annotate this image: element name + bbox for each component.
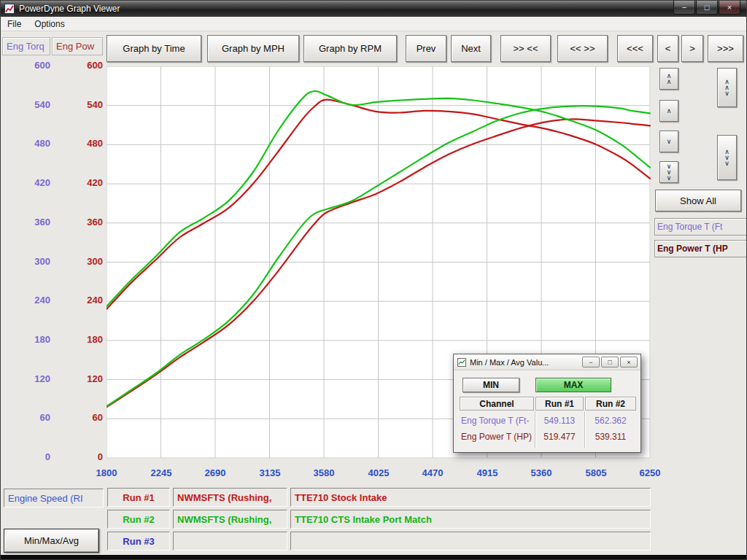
- run-label-1[interactable]: Run #1: [107, 488, 170, 507]
- x-axis-channel-label[interactable]: Engine Speed (RI: [4, 489, 104, 508]
- run-comment-3: [290, 532, 651, 551]
- minmax-table-row: Eng Torque T (Ft-549.113562.362: [454, 416, 642, 430]
- window-title: PowerDyne Graph Viewer: [19, 4, 120, 14]
- spinner-down-fast-button[interactable]: ∨∨∨: [659, 161, 678, 183]
- spinner-up-fast-button[interactable]: ∧∧: [659, 68, 678, 90]
- run-comment-1: TTE710 Stock Intake: [290, 488, 651, 507]
- y-axis-power-tick: 0: [68, 451, 103, 463]
- spinner-down-button[interactable]: ∨: [659, 131, 678, 152]
- app-icon: [4, 4, 15, 14]
- graph-by-mph-button[interactable]: Graph by MPH: [207, 35, 299, 62]
- step-forward-button[interactable]: >: [681, 35, 703, 62]
- x-axis-rpm-tick: 4915: [463, 467, 511, 479]
- minmax-run1-value: 549.113: [535, 416, 584, 430]
- first-run-button[interactable]: <<<: [617, 35, 653, 62]
- close-button[interactable]: ×: [719, 1, 740, 15]
- next-button[interactable]: Next: [451, 35, 491, 62]
- chevron-glyph: ∧: [667, 108, 672, 114]
- y-axis-power-tick: 240: [68, 295, 103, 306]
- channel-label-torque[interactable]: Eng Torque T (Ft: [654, 218, 747, 236]
- y-axis-power-tick: 120: [68, 373, 103, 385]
- window-bottom-edge: [1, 555, 746, 560]
- y-axis-power-tick: 60: [68, 412, 103, 424]
- minmax-minimize-button[interactable]: −: [582, 357, 600, 368]
- y-axis-power-tick: 600: [68, 60, 103, 71]
- minmax-close-button[interactable]: ×: [620, 357, 638, 368]
- graph-by-time-button[interactable]: Graph by Time: [107, 35, 201, 62]
- last-run-button[interactable]: >>>: [708, 35, 743, 62]
- y-axis-torque-tick: 0: [15, 451, 50, 463]
- run-label-3[interactable]: Run #3: [107, 532, 170, 551]
- chevron-glyph: ∧: [667, 79, 672, 85]
- max-button[interactable]: MAX: [535, 378, 611, 392]
- window-controls: − □ ×: [673, 1, 740, 15]
- show-all-button[interactable]: Show All: [655, 190, 741, 211]
- run-comment-2: TTE710 CTS Intake Port Match: [290, 510, 651, 529]
- menu-item-file[interactable]: File: [1, 18, 28, 31]
- y-axis-torque-tick: 120: [15, 373, 50, 385]
- x-axis-rpm-tick: 1800: [82, 467, 131, 479]
- powerdyne-window: PowerDyne Graph Viewer − □ × FileOptions…: [0, 0, 747, 560]
- x-axis-rpm-tick: 2245: [137, 467, 185, 479]
- pan-up-button[interactable]: ∧∧∨: [717, 68, 737, 107]
- minmax-restore-button[interactable]: □: [601, 357, 619, 368]
- y-axis-torque-tick: 60: [15, 412, 50, 424]
- title-bar[interactable]: PowerDyne Graph Viewer − □ ×: [1, 1, 746, 17]
- minmax-col-run1: Run #1: [535, 397, 584, 411]
- minmax-col-channel: Channel: [460, 397, 534, 411]
- tab-eng-torque[interactable]: Eng Torq: [2, 37, 50, 55]
- run-label-2[interactable]: Run #2: [107, 510, 170, 529]
- x-axis-rpm-tick: 4470: [409, 467, 457, 479]
- y-axis-power-tick: 420: [68, 177, 103, 189]
- minmax-run2-value: 539.311: [585, 432, 636, 446]
- minmax-window-titlebar[interactable]: Min / Max / Avg Valu... − □ ×: [454, 354, 640, 370]
- y-axis-torque-tick: 240: [15, 295, 50, 306]
- chevron-glyph: ∨: [724, 90, 729, 96]
- chevron-glyph: ∨: [724, 160, 729, 166]
- y-axis-power-tick: 480: [68, 138, 103, 149]
- tab-eng-power[interactable]: Eng Pow: [52, 37, 103, 55]
- run-file-3: [173, 532, 287, 551]
- minmax-channel-name: Eng Power T (HP): [461, 432, 534, 446]
- minimize-button[interactable]: −: [673, 1, 695, 15]
- chevron-glyph: ∨: [667, 139, 672, 144]
- minmaxavg-button[interactable]: Min/Max/Avg: [4, 529, 99, 553]
- x-axis-rpm-tick: 4025: [355, 467, 403, 479]
- expand-x-button[interactable]: << >>: [557, 35, 608, 62]
- minmax-col-run2: Run #2: [585, 397, 636, 411]
- y-axis-power-tick: 300: [68, 256, 103, 268]
- y-axis-torque-tick: 180: [15, 334, 50, 346]
- x-axis-rpm-tick: 3135: [246, 467, 294, 479]
- x-axis-rpm-tick: 2690: [191, 467, 239, 479]
- minmax-window-icon: [457, 358, 466, 367]
- prev-button[interactable]: Prev: [406, 35, 446, 62]
- y-axis-torque-tick: 360: [15, 217, 50, 228]
- run-file-1: NWMSFTS (Rushing,: [173, 488, 287, 507]
- minmax-window[interactable]: Min / Max / Avg Valu... − □ × MIN MAX Ch…: [453, 354, 641, 453]
- y-axis-power-tick: 360: [68, 217, 103, 228]
- minmax-window-controls: − □ ×: [582, 357, 638, 368]
- x-axis-rpm-tick: 5360: [517, 467, 565, 479]
- minmax-channel-name: Eng Torque T (Ft-: [461, 416, 534, 430]
- channel-label-power[interactable]: Eng Power T (HP: [654, 240, 747, 257]
- x-axis-rpm-tick: 5805: [572, 467, 620, 479]
- y-axis-torque-tick: 600: [15, 60, 50, 71]
- compress-x-button[interactable]: >> <<: [500, 35, 551, 62]
- spinner-up-button[interactable]: ∧: [659, 100, 678, 122]
- minmax-run2-value: 562.362: [585, 416, 636, 430]
- graph-by-rpm-button[interactable]: Graph by RPM: [303, 35, 397, 62]
- x-axis-rpm-tick: 6250: [626, 467, 674, 479]
- pan-down-button[interactable]: ∧∨∨: [717, 135, 737, 180]
- chevron-glyph: ∨: [667, 175, 672, 181]
- y-axis-power-tick: 180: [68, 334, 103, 346]
- minmax-run1-value: 519.477: [535, 432, 584, 446]
- menu-bar: FileOptions: [1, 17, 746, 31]
- step-back-button[interactable]: <: [657, 35, 678, 62]
- y-axis-power-tick: 540: [68, 99, 103, 111]
- x-axis-rpm-tick: 3580: [300, 467, 348, 479]
- min-button[interactable]: MIN: [462, 378, 519, 392]
- minmax-window-title: Min / Max / Avg Valu...: [470, 358, 549, 367]
- run-file-2: NWMSFTS (Rushing,: [173, 510, 287, 529]
- maximize-button[interactable]: □: [696, 1, 718, 15]
- menu-item-options[interactable]: Options: [28, 18, 71, 31]
